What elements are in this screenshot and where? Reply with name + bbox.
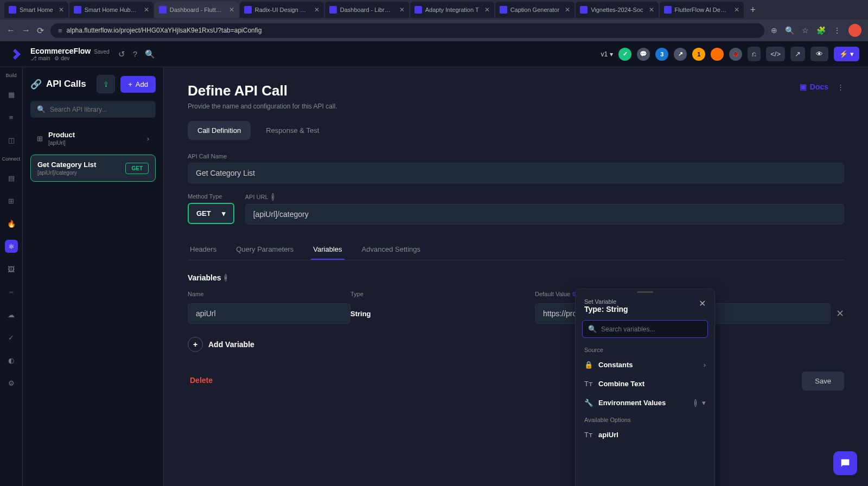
book-icon: ▣ [800,82,807,91]
source-environment-values[interactable]: 🔧 Environment Values i ▾ [576,393,714,412]
rail-actions-icon[interactable]: ⎓ [5,285,18,298]
history-icon[interactable]: ↺ [118,49,125,59]
profile-avatar[interactable] [848,24,861,37]
search-api-input[interactable]: 🔍 [30,101,156,118]
version-selector[interactable]: v1 ▾ [601,50,614,58]
status-badge-green[interactable]: ✓ [618,48,631,61]
help-icon[interactable]: ? [133,49,137,59]
browser-tab[interactable]: Smart Home Hub - F✕ [69,2,154,18]
reload-button[interactable]: ⟳ [37,25,44,36]
close-tab-button[interactable]: ✕ [399,6,405,14]
var-type-value[interactable]: String [350,310,535,318]
available-apiurl[interactable]: Tᴛ apiUrl [576,425,714,444]
close-tab-button[interactable]: ✕ [649,6,654,14]
popover-search-input[interactable] [601,325,702,333]
info-icon[interactable]: i [225,274,227,282]
rail-widgets-icon[interactable]: ≡ [5,111,18,124]
import-button[interactable]: ⇪ [97,75,115,93]
add-variable-button[interactable]: + Add Variable [188,337,844,352]
save-button[interactable]: Save [802,372,844,391]
back-button[interactable]: ← [7,25,15,35]
source-constants[interactable]: 🔒 Constants › [576,355,714,374]
search-api-field[interactable] [50,106,149,113]
browser-tab[interactable]: Vignettes-2024-Soc✕ [576,2,658,18]
new-tab-button[interactable]: + [745,4,762,16]
export-icon[interactable]: ↗ [790,47,805,61]
favicon [159,6,167,14]
menu-icon[interactable]: ⋮ [833,26,841,35]
var-name-input[interactable] [188,303,350,324]
rail-media-icon[interactable]: 🖼 [5,263,18,276]
run-button[interactable]: ⚡ ▾ [834,47,859,61]
zoom-icon[interactable]: 🔍 [785,26,794,35]
close-tab-button[interactable]: ✕ [144,6,149,14]
tab-response-test[interactable]: Response & Test [256,121,329,140]
tab-call-definition[interactable]: Call Definition [188,121,251,140]
rail-components-icon[interactable]: ◫ [5,133,18,146]
browser-tab[interactable]: Radix-UI Design Sys✕ [240,2,324,18]
popover-title: Type: String [584,305,628,314]
user-avatar[interactable] [711,48,724,61]
browser-tab[interactable]: Adapty Integration T✕ [410,2,494,18]
subtab-query-parameters[interactable]: Query Parameters [234,240,296,260]
rail-theme-icon[interactable]: ◐ [5,354,18,367]
close-popover-button[interactable]: ✕ [699,298,706,309]
star-icon[interactable]: ☆ [802,26,809,35]
info-icon: i [694,399,697,407]
favicon [74,6,81,14]
rail-firestore-icon[interactable]: 🔥 [5,217,18,230]
info-icon[interactable]: i [272,193,274,201]
close-tab-button[interactable]: ✕ [59,6,64,14]
subtab-advanced-settings[interactable]: Advanced Settings [360,240,423,260]
docs-link[interactable]: ▣Docs [800,82,828,91]
branch-name: ⎇ main [30,55,50,61]
url-input[interactable]: ≡ alpha.flutterflow.io/project/HHG0XaYHj… [50,23,764,38]
close-tab-button[interactable]: ✕ [484,6,490,14]
source-combine-text[interactable]: Tᴛ Combine Text [576,374,714,393]
install-icon[interactable]: ⊕ [771,26,777,35]
rail-tests-icon[interactable]: ✓ [5,331,18,344]
subtab-variables[interactable]: Variables [311,240,344,260]
popover-search[interactable]: 🔍 [582,320,708,338]
rail-schema-icon[interactable]: ⊞ [5,194,18,207]
api-group-product[interactable]: ⊞ Product [apiUrl] › [30,125,156,151]
warnings-badge[interactable]: 1 [692,48,705,61]
notifications-badge[interactable]: 3 [655,48,668,61]
api-item-get-category-list[interactable]: Get Category List [apiUrl]/category GET [30,155,156,182]
close-tab-button[interactable]: ✕ [734,6,739,14]
more-icon[interactable]: ⋮ [837,83,844,91]
search-icon[interactable]: 🔍 [145,49,155,59]
rail-settings-icon[interactable]: ⚙ [5,376,18,389]
browser-tab[interactable]: Caption Generator✕ [495,2,575,18]
branch-icon[interactable]: ⎌ [748,47,761,61]
close-tab-button[interactable]: ✕ [565,6,570,14]
code-icon[interactable]: </> [766,47,785,61]
close-tab-button[interactable]: ✕ [314,6,320,14]
share-icon[interactable]: ↗ [674,48,687,61]
browser-tab[interactable]: FlutterFlow AI Demo✕ [660,2,744,18]
comments-icon[interactable]: 💬 [637,48,650,61]
browser-tab[interactable]: Dashboard - Librarie✕ [325,2,409,18]
method-type-label: Method Type [188,193,234,200]
api-name-input[interactable] [188,163,844,183]
rail-cloud-icon[interactable]: ☁ [5,308,18,321]
browser-tab[interactable]: Dashboard - FlutterF✕ [155,2,239,18]
subtab-headers[interactable]: Headers [188,240,219,260]
browser-tab[interactable]: Smart Home✕ [4,2,68,18]
rail-api-icon[interactable]: ⚛ [5,240,18,253]
app-logo-icon[interactable] [9,48,22,61]
rail-data-icon[interactable]: ▤ [5,171,18,184]
chat-fab[interactable] [833,451,857,475]
debug-icon[interactable]: 🐞 [729,48,742,61]
method-type-select[interactable]: GET▾ [188,203,234,224]
clear-default-button[interactable]: ✕ [836,308,844,319]
col-name: Name [188,291,350,298]
api-url-input[interactable] [245,204,844,225]
rail-pages-icon[interactable]: ▦ [5,88,18,101]
extensions-icon[interactable]: 🧩 [816,26,826,35]
close-tab-button[interactable]: ✕ [229,6,234,14]
add-api-button[interactable]: +Add [120,76,156,93]
delete-button[interactable]: Delete [188,372,215,391]
preview-button[interactable]: 👁 [810,47,828,61]
forward-button[interactable]: → [22,25,30,35]
